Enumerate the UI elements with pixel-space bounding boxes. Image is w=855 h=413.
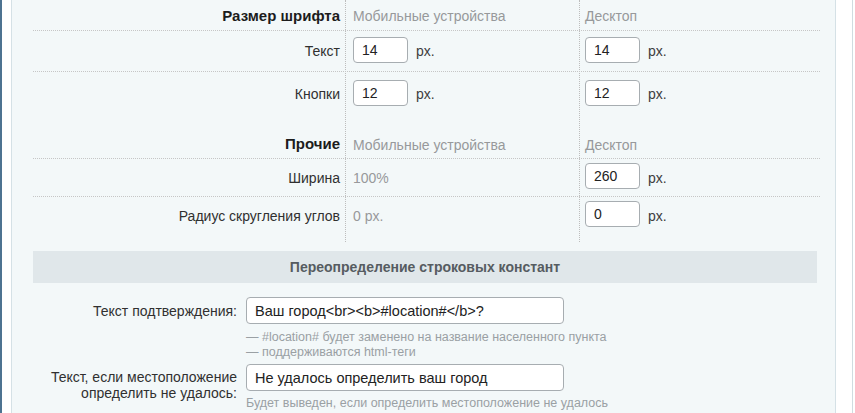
button-size-desktop-input[interactable] — [585, 80, 640, 106]
settings-panel — [11, 0, 836, 413]
radius-mobile-static-value: 0 px. — [353, 208, 383, 224]
confirmation-text-input[interactable] — [246, 297, 564, 324]
row-divider — [33, 71, 820, 72]
confirmation-hint-location: — #location# будет заменено на название … — [246, 330, 607, 345]
settings-page: Размер шрифта Мобильные устройства Дескт… — [0, 0, 855, 413]
row-divider — [33, 30, 820, 31]
right-edge-divider — [852, 0, 853, 413]
location-failed-hint: Будет выведен, если определить местополо… — [246, 396, 608, 411]
confirmation-text-label: Текст подтверждения: — [27, 303, 237, 319]
location-failed-input[interactable] — [246, 364, 564, 391]
text-size-mobile-input[interactable] — [353, 37, 408, 63]
location-failed-label: Текст, если местоположение определить не… — [27, 369, 237, 401]
unit-label: px. — [648, 208, 667, 224]
column-divider-desktop — [579, 0, 580, 242]
text-size-desktop-input[interactable] — [585, 37, 640, 63]
row-label-corner-radius: Радиус скругления углов — [100, 208, 340, 224]
unit-label: px. — [416, 86, 435, 102]
unit-label: px. — [416, 43, 435, 59]
string-constants-banner: Переопределение строковых констант — [33, 251, 817, 283]
width-mobile-static-value: 100% — [353, 170, 389, 186]
row-label-text: Текст — [140, 43, 340, 59]
width-desktop-input[interactable] — [585, 163, 640, 189]
column-divider-mobile — [345, 0, 346, 242]
column-header-mobile: Мобильные устройства — [353, 137, 506, 153]
column-header-mobile: Мобильные устройства — [353, 8, 506, 24]
button-size-mobile-input[interactable] — [353, 80, 408, 106]
unit-label: px. — [648, 43, 667, 59]
row-label-buttons: Кнопки — [140, 86, 340, 102]
section-title-font-size: Размер шрифта — [100, 7, 340, 24]
row-divider — [33, 196, 820, 197]
confirmation-hint-html: — поддерживаются html-теги — [246, 345, 416, 360]
row-divider — [33, 158, 820, 159]
left-edge-divider — [0, 0, 2, 413]
row-label-width: Ширина — [100, 170, 340, 186]
section-title-other: Прочие — [100, 135, 340, 152]
column-header-desktop: Десктоп — [585, 8, 637, 24]
unit-label: px. — [648, 170, 667, 186]
unit-label: px. — [648, 86, 667, 102]
radius-desktop-input[interactable] — [585, 201, 640, 227]
column-header-desktop: Десктоп — [585, 137, 637, 153]
